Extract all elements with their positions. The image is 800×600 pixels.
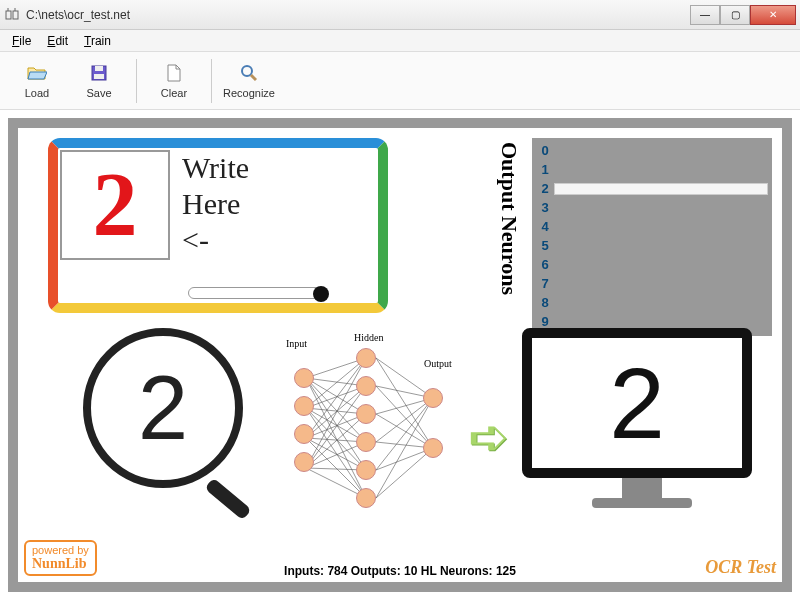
folder-open-icon xyxy=(27,63,47,83)
svg-rect-1 xyxy=(13,11,18,19)
load-label: Load xyxy=(25,87,49,99)
neuron-row: 3 xyxy=(536,199,768,216)
result-monitor: 2 xyxy=(522,328,762,528)
neuron-bar xyxy=(554,164,768,176)
powered-by-badge: powered by NunnLib xyxy=(24,540,97,576)
save-icon xyxy=(89,63,109,83)
output-neurons-panel: 0123456789 xyxy=(532,138,772,336)
neuron-bar xyxy=(554,316,768,328)
menu-train[interactable]: Train xyxy=(76,32,119,50)
magnifier-handle-icon xyxy=(204,478,251,521)
neuron-bar xyxy=(554,183,768,195)
neuron-bar xyxy=(554,221,768,233)
neuron-index: 8 xyxy=(536,295,554,310)
marker-icon xyxy=(188,287,328,299)
drawing-input[interactable]: 2 xyxy=(60,150,170,260)
ocr-brand: OCR Test xyxy=(705,557,776,578)
nn-node xyxy=(356,488,376,508)
result-digit: 2 xyxy=(609,346,665,461)
nn-node xyxy=(356,404,376,424)
document-icon xyxy=(164,63,184,83)
magnifier-icon xyxy=(239,63,259,83)
nn-node xyxy=(356,432,376,452)
nn-node xyxy=(356,376,376,396)
neuron-index: 9 xyxy=(536,314,554,329)
menu-file[interactable]: File xyxy=(4,32,39,50)
drawn-digit: 2 xyxy=(93,160,138,250)
svg-rect-6 xyxy=(94,74,104,79)
neuron-index: 3 xyxy=(536,200,554,215)
whiteboard-hint: Write Here <- xyxy=(182,150,249,258)
neuron-row: 7 xyxy=(536,275,768,292)
svg-point-7 xyxy=(242,66,252,76)
neuron-activation xyxy=(554,183,768,195)
neuron-bar xyxy=(554,240,768,252)
clear-label: Clear xyxy=(161,87,187,99)
neuron-index: 7 xyxy=(536,276,554,291)
nn-node xyxy=(423,438,443,458)
menubar: File Edit Train xyxy=(0,30,800,52)
nn-node xyxy=(356,348,376,368)
neuron-row: 5 xyxy=(536,237,768,254)
neuron-row: 1 xyxy=(536,161,768,178)
nn-node xyxy=(294,424,314,444)
neuron-index: 1 xyxy=(536,162,554,177)
output-neurons-label: Output Neurons xyxy=(496,142,522,295)
svg-rect-0 xyxy=(6,11,11,19)
toolbar: Load Save Clear Recognize xyxy=(0,52,800,110)
app-icon xyxy=(4,7,20,23)
nn-node xyxy=(294,396,314,416)
arrow-icon: ➪ xyxy=(468,408,510,466)
nn-node xyxy=(423,388,443,408)
neural-network-diagram: Input Hidden Output xyxy=(278,338,468,518)
menu-edit[interactable]: Edit xyxy=(39,32,76,50)
nn-node xyxy=(294,368,314,388)
neuron-row: 6 xyxy=(536,256,768,273)
maximize-button[interactable]: ▢ xyxy=(720,5,750,25)
recognize-button[interactable]: Recognize xyxy=(220,56,278,106)
close-button[interactable]: ✕ xyxy=(750,5,796,25)
toolbar-separator xyxy=(211,59,212,103)
window-title: C:\nets\ocr_test.net xyxy=(26,8,690,22)
neuron-index: 6 xyxy=(536,257,554,272)
neuron-row: 0 xyxy=(536,142,768,159)
magnifier-view: 2 xyxy=(83,328,253,528)
neuron-bar xyxy=(554,297,768,309)
nn-node xyxy=(356,460,376,480)
neuron-row: 8 xyxy=(536,294,768,311)
whiteboard: 2 Write Here <- xyxy=(48,138,388,313)
recognize-label: Recognize xyxy=(223,87,275,99)
minimize-button[interactable]: — xyxy=(690,5,720,25)
content-area: 2 Write Here <- Output Neurons 012345678… xyxy=(0,110,800,600)
neuron-bar xyxy=(554,202,768,214)
neuron-bar xyxy=(554,145,768,157)
save-label: Save xyxy=(86,87,111,99)
svg-line-8 xyxy=(251,75,256,80)
neuron-index: 2 xyxy=(536,181,554,196)
magnified-digit: 2 xyxy=(138,357,188,460)
neuron-index: 5 xyxy=(536,238,554,253)
nn-node xyxy=(294,452,314,472)
svg-rect-5 xyxy=(95,66,103,71)
neuron-bar xyxy=(554,278,768,290)
neuron-index: 0 xyxy=(536,143,554,158)
toolbar-separator xyxy=(136,59,137,103)
save-button[interactable]: Save xyxy=(70,56,128,106)
neuron-bar xyxy=(554,259,768,271)
neuron-index: 4 xyxy=(536,219,554,234)
network-stats: Inputs: 784 Outputs: 10 HL Neurons: 125 xyxy=(284,564,516,578)
load-button[interactable]: Load xyxy=(8,56,66,106)
neuron-row: 2 xyxy=(536,180,768,197)
titlebar: C:\nets\ocr_test.net — ▢ ✕ xyxy=(0,0,800,30)
clear-button[interactable]: Clear xyxy=(145,56,203,106)
neuron-row: 4 xyxy=(536,218,768,235)
